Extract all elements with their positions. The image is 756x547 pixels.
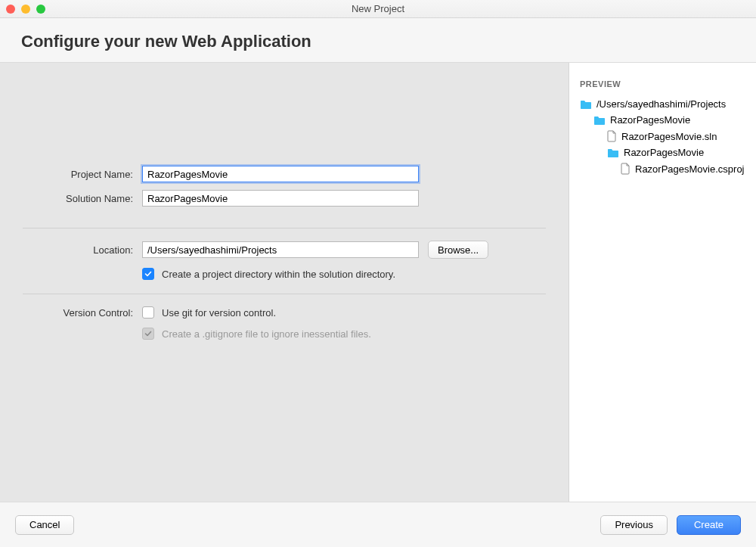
location-input[interactable] — [142, 241, 419, 258]
close-window-icon[interactable] — [6, 5, 15, 14]
project-name-label: Project Name: — [23, 169, 142, 180]
gitignore-row: Create a .gitignore file to ignore iness… — [23, 328, 546, 340]
create-button[interactable]: Create — [677, 515, 741, 535]
main-panel: Project Name: Solution Name: Location: B… — [0, 63, 569, 502]
gitignore-checkbox — [142, 328, 154, 340]
tree-sln-label: RazorPagesMovie.sln — [621, 131, 717, 142]
create-dir-label: Create a project directory within the so… — [162, 269, 395, 280]
solution-name-label: Solution Name: — [23, 193, 142, 204]
location-label: Location: — [23, 244, 142, 256]
file-icon — [621, 163, 631, 175]
create-dir-row: Create a project directory within the so… — [23, 268, 546, 280]
use-git-checkbox[interactable] — [142, 306, 154, 319]
previous-button[interactable]: Previous — [600, 515, 668, 535]
gitignore-label: Create a .gitignore file to ignore iness… — [162, 328, 371, 340]
tree-csproj-label: RazorPagesMovie.csproj — [635, 163, 745, 175]
footer: Cancel Previous Create — [0, 502, 756, 547]
window-controls — [6, 5, 45, 14]
minimize-window-icon[interactable] — [21, 5, 30, 14]
tree-project-folder: RazorPagesMovie — [580, 112, 745, 128]
title-bar: New Project — [0, 0, 756, 18]
solution-name-row: Solution Name: — [23, 190, 546, 207]
tree-project-label: RazorPagesMovie — [610, 114, 690, 126]
tree-inner-label: RazorPagesMovie — [624, 147, 704, 158]
file-icon — [607, 130, 617, 142]
project-name-input[interactable] — [142, 166, 419, 182]
preview-panel: PREVIEW /Users/sayedhashimi/Projects Raz… — [569, 63, 756, 502]
fullscreen-window-icon[interactable] — [36, 5, 45, 14]
tree-sln-file: RazorPagesMovie.sln — [580, 128, 745, 145]
version-control-label: Version Control: — [23, 307, 142, 319]
tree-root-folder: /Users/sayedhashimi/Projects — [580, 96, 745, 112]
folder-icon — [580, 99, 592, 110]
folder-icon — [607, 148, 619, 158]
preview-tree: /Users/sayedhashimi/Projects RazorPagesM… — [580, 96, 745, 177]
location-row: Location: Browse... — [23, 241, 546, 259]
project-name-row: Project Name: — [23, 166, 546, 182]
page-title: Configure your new Web Application — [21, 32, 735, 51]
use-git-label: Use git for version control. — [162, 307, 276, 319]
location-group: Location: Browse... Create a project dir… — [23, 228, 546, 294]
create-dir-checkbox[interactable] — [142, 268, 154, 280]
version-control-group: Version Control: Use git for version con… — [23, 294, 546, 353]
folder-icon — [593, 115, 606, 126]
header: Configure your new Web Application — [0, 18, 756, 63]
content-area: Project Name: Solution Name: Location: B… — [0, 63, 756, 502]
tree-root-label: /Users/sayedhashimi/Projects — [596, 98, 726, 110]
tree-inner-folder: RazorPagesMovie — [580, 145, 745, 160]
solution-name-input[interactable] — [142, 190, 419, 207]
cancel-button[interactable]: Cancel — [15, 515, 74, 535]
browse-button[interactable]: Browse... — [428, 241, 488, 259]
version-control-row: Version Control: Use git for version con… — [23, 306, 546, 319]
preview-title: PREVIEW — [580, 79, 745, 89]
tree-csproj-file: RazorPagesMovie.csproj — [580, 160, 745, 177]
window-title: New Project — [0, 3, 756, 14]
